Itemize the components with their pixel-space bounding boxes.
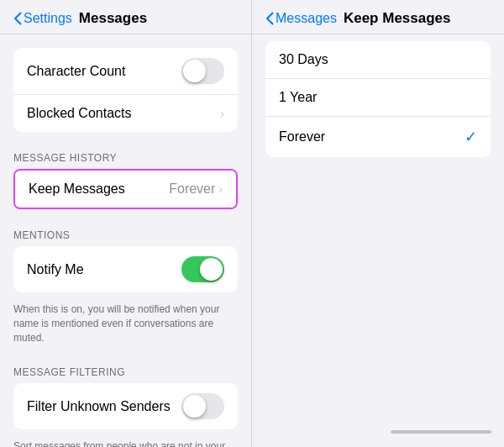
notify-me-description: When this is on, you will be notified wh…: [0, 299, 251, 353]
right-title: Keep Messages: [344, 10, 451, 27]
option-1-year[interactable]: 1 Year: [265, 79, 491, 117]
filter-unknown-description: Sort messages from people who are not in…: [0, 436, 251, 447]
character-count-label: Character Count: [27, 64, 125, 79]
option-forever[interactable]: Forever ✓: [265, 117, 491, 157]
filter-unknown-item: Filter Unknown Senders: [13, 383, 238, 429]
character-count-knob: [183, 60, 206, 82]
notify-me-label: Notify Me: [27, 262, 84, 277]
left-back-label: Settings: [24, 11, 72, 26]
keep-messages-item[interactable]: Keep Messages Forever ›: [15, 171, 236, 208]
forever-checkmark: ✓: [465, 128, 477, 146]
option-30-days[interactable]: 30 Days: [265, 41, 491, 79]
blocked-contacts-label: Blocked Contacts: [27, 106, 132, 121]
right-panel: Messages Keep Messages 30 Days 1 Year Fo…: [252, 0, 504, 447]
keep-messages-chevron: ›: [218, 182, 223, 196]
left-back-button[interactable]: Settings: [13, 11, 72, 26]
notify-me-group: Notify Me: [13, 246, 238, 292]
blocked-contacts-chevron: ›: [220, 107, 224, 120]
notify-me-knob: [200, 258, 223, 281]
filter-unknown-knob: [183, 395, 206, 418]
keep-messages-label: Keep Messages: [29, 181, 125, 197]
option-forever-label: Forever: [279, 129, 325, 145]
left-nav-bar: Settings Messages: [0, 0, 251, 34]
blocked-contacts-item[interactable]: Blocked Contacts ›: [13, 95, 238, 132]
keep-messages-value: Forever: [169, 181, 215, 197]
right-nav-bar: Messages Keep Messages: [252, 0, 504, 34]
right-back-label: Messages: [276, 11, 337, 26]
keep-messages-options-group: 30 Days 1 Year Forever ✓: [265, 41, 491, 157]
option-1-year-label: 1 Year: [279, 90, 317, 105]
notify-me-toggle[interactable]: [181, 256, 224, 282]
section-message-history: Message History: [0, 139, 251, 169]
keep-messages-value-wrapper: Forever ›: [169, 181, 223, 197]
right-back-button[interactable]: Messages: [265, 11, 337, 26]
section-mentions: Mentions: [0, 216, 251, 246]
filter-unknown-toggle[interactable]: [181, 393, 224, 419]
notify-me-item: Notify Me: [13, 246, 238, 292]
section-message-filtering: Message Filtering: [0, 353, 251, 383]
filter-unknown-group: Filter Unknown Senders: [13, 383, 238, 429]
character-count-toggle[interactable]: [181, 58, 224, 84]
character-count-item: Character Count: [13, 48, 238, 95]
option-30-days-label: 30 Days: [279, 52, 328, 67]
top-list-group: Character Count Blocked Contacts ›: [13, 48, 238, 132]
keep-messages-group: Keep Messages Forever ›: [13, 169, 238, 209]
filter-unknown-label: Filter Unknown Senders: [27, 399, 171, 414]
left-panel: Settings Messages Character Count Blocke…: [0, 0, 252, 447]
home-indicator: [391, 430, 491, 434]
left-title: Messages: [79, 10, 147, 27]
